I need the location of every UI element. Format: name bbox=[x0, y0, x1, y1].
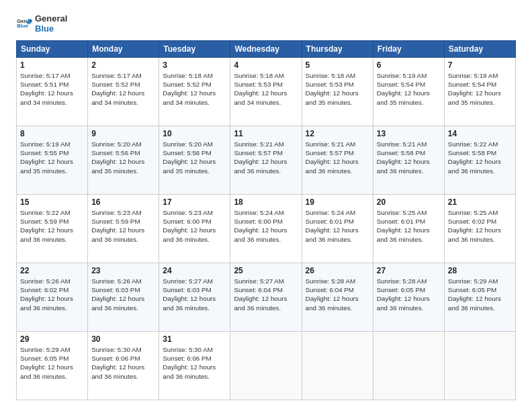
day-info: Sunrise: 5:24 AM Sunset: 6:00 PM Dayligh… bbox=[234, 208, 298, 244]
calendar-cell: 24 Sunrise: 5:27 AM Sunset: 6:03 PM Dayl… bbox=[159, 263, 230, 332]
day-number: 29 bbox=[20, 334, 84, 344]
day-header-thursday: Thursday bbox=[302, 41, 373, 58]
day-info: Sunrise: 5:27 AM Sunset: 6:03 PM Dayligh… bbox=[163, 277, 226, 312]
calendar-week-4: 22 Sunrise: 5:26 AM Sunset: 6:02 PM Dayl… bbox=[17, 263, 516, 332]
day-number: 21 bbox=[448, 197, 512, 207]
calendar-cell: 8 Sunrise: 5:19 AM Sunset: 5:55 PM Dayli… bbox=[17, 126, 88, 195]
day-info: Sunrise: 5:29 AM Sunset: 6:05 PM Dayligh… bbox=[20, 345, 84, 381]
day-info: Sunrise: 5:19 AM Sunset: 5:54 PM Dayligh… bbox=[377, 71, 441, 107]
calendar-cell: 21 Sunrise: 5:25 AM Sunset: 6:02 PM Dayl… bbox=[444, 195, 515, 263]
calendar-cell: 4 Sunrise: 5:18 AM Sunset: 5:53 PM Dayli… bbox=[230, 58, 302, 126]
day-info: Sunrise: 5:21 AM Sunset: 5:58 PM Dayligh… bbox=[377, 140, 441, 175]
day-info: Sunrise: 5:28 AM Sunset: 6:05 PM Dayligh… bbox=[377, 277, 441, 312]
day-header-wednesday: Wednesday bbox=[230, 41, 302, 58]
day-info: Sunrise: 5:20 AM Sunset: 5:56 PM Dayligh… bbox=[91, 140, 155, 175]
day-info: Sunrise: 5:18 AM Sunset: 5:53 PM Dayligh… bbox=[234, 71, 298, 107]
calendar-cell: 14 Sunrise: 5:22 AM Sunset: 5:58 PM Dayl… bbox=[444, 126, 515, 195]
day-info: Sunrise: 5:19 AM Sunset: 5:54 PM Dayligh… bbox=[448, 71, 512, 107]
day-info: Sunrise: 5:23 AM Sunset: 6:00 PM Dayligh… bbox=[163, 208, 226, 244]
calendar-cell: 17 Sunrise: 5:23 AM Sunset: 6:00 PM Dayl… bbox=[159, 195, 230, 263]
calendar-header-row: SundayMondayTuesdayWednesdayThursdayFrid… bbox=[17, 41, 516, 58]
day-number: 19 bbox=[306, 197, 369, 207]
calendar-week-3: 15 Sunrise: 5:22 AM Sunset: 5:59 PM Dayl… bbox=[17, 195, 516, 263]
day-info: Sunrise: 5:28 AM Sunset: 6:04 PM Dayligh… bbox=[306, 277, 369, 312]
day-info: Sunrise: 5:23 AM Sunset: 5:59 PM Dayligh… bbox=[91, 208, 155, 244]
day-number: 22 bbox=[20, 266, 84, 275]
day-header-tuesday: Tuesday bbox=[159, 41, 230, 58]
calendar-cell: 31 Sunrise: 5:30 AM Sunset: 6:06 PM Dayl… bbox=[159, 332, 230, 400]
day-number: 16 bbox=[91, 197, 155, 207]
day-header-sunday: Sunday bbox=[17, 41, 88, 58]
calendar-cell: 23 Sunrise: 5:26 AM Sunset: 6:03 PM Dayl… bbox=[88, 263, 159, 332]
day-info: Sunrise: 5:17 AM Sunset: 5:51 PM Dayligh… bbox=[20, 71, 84, 107]
day-number: 17 bbox=[163, 197, 226, 207]
day-number: 28 bbox=[448, 266, 512, 275]
day-info: Sunrise: 5:25 AM Sunset: 6:02 PM Dayligh… bbox=[448, 208, 512, 244]
calendar-cell: 3 Sunrise: 5:18 AM Sunset: 5:52 PM Dayli… bbox=[159, 58, 230, 126]
calendar-cell: 11 Sunrise: 5:21 AM Sunset: 5:57 PM Dayl… bbox=[230, 126, 302, 195]
day-number: 12 bbox=[306, 129, 369, 138]
calendar-cell: 1 Sunrise: 5:17 AM Sunset: 5:51 PM Dayli… bbox=[17, 58, 88, 126]
page-header: General Blue General Blue bbox=[16, 13, 516, 34]
calendar-cell: 5 Sunrise: 5:18 AM Sunset: 5:53 PM Dayli… bbox=[302, 58, 373, 126]
calendar-cell: 19 Sunrise: 5:24 AM Sunset: 6:01 PM Dayl… bbox=[302, 195, 373, 263]
calendar-cell: 10 Sunrise: 5:20 AM Sunset: 5:56 PM Dayl… bbox=[159, 126, 230, 195]
calendar-cell: 29 Sunrise: 5:29 AM Sunset: 6:05 PM Dayl… bbox=[17, 332, 88, 400]
day-number: 7 bbox=[448, 60, 512, 70]
day-number: 18 bbox=[234, 197, 298, 207]
calendar-cell: 6 Sunrise: 5:19 AM Sunset: 5:54 PM Dayli… bbox=[373, 58, 444, 126]
day-number: 24 bbox=[163, 266, 226, 275]
day-header-monday: Monday bbox=[88, 41, 159, 58]
day-number: 30 bbox=[91, 334, 155, 344]
day-info: Sunrise: 5:21 AM Sunset: 5:57 PM Dayligh… bbox=[234, 140, 298, 175]
day-info: Sunrise: 5:27 AM Sunset: 6:04 PM Dayligh… bbox=[234, 277, 298, 312]
calendar-cell bbox=[230, 332, 302, 400]
day-info: Sunrise: 5:18 AM Sunset: 5:52 PM Dayligh… bbox=[163, 71, 226, 107]
calendar-cell: 30 Sunrise: 5:30 AM Sunset: 6:06 PM Dayl… bbox=[88, 332, 159, 400]
day-header-saturday: Saturday bbox=[444, 41, 515, 58]
day-number: 27 bbox=[377, 266, 441, 275]
calendar-cell: 12 Sunrise: 5:21 AM Sunset: 5:57 PM Dayl… bbox=[302, 126, 373, 195]
calendar-cell: 26 Sunrise: 5:28 AM Sunset: 6:04 PM Dayl… bbox=[302, 263, 373, 332]
calendar-cell: 16 Sunrise: 5:23 AM Sunset: 5:59 PM Dayl… bbox=[88, 195, 159, 263]
day-number: 3 bbox=[163, 60, 226, 70]
calendar-cell bbox=[302, 332, 373, 400]
day-number: 2 bbox=[91, 60, 155, 70]
calendar-cell: 28 Sunrise: 5:29 AM Sunset: 6:05 PM Dayl… bbox=[444, 263, 515, 332]
day-number: 25 bbox=[234, 266, 298, 275]
calendar-cell: 25 Sunrise: 5:27 AM Sunset: 6:04 PM Dayl… bbox=[230, 263, 302, 332]
day-number: 5 bbox=[306, 60, 369, 70]
calendar-cell: 2 Sunrise: 5:17 AM Sunset: 5:52 PM Dayli… bbox=[88, 58, 159, 126]
calendar-cell bbox=[444, 332, 515, 400]
day-info: Sunrise: 5:22 AM Sunset: 5:58 PM Dayligh… bbox=[448, 140, 512, 175]
day-info: Sunrise: 5:25 AM Sunset: 6:01 PM Dayligh… bbox=[377, 208, 441, 244]
day-number: 23 bbox=[91, 266, 155, 275]
day-info: Sunrise: 5:26 AM Sunset: 6:02 PM Dayligh… bbox=[20, 277, 84, 312]
calendar-cell: 7 Sunrise: 5:19 AM Sunset: 5:54 PM Dayli… bbox=[444, 58, 515, 126]
calendar-cell: 18 Sunrise: 5:24 AM Sunset: 6:00 PM Dayl… bbox=[230, 195, 302, 263]
calendar-cell: 27 Sunrise: 5:28 AM Sunset: 6:05 PM Dayl… bbox=[373, 263, 444, 332]
day-number: 4 bbox=[234, 60, 298, 70]
calendar-table: SundayMondayTuesdayWednesdayThursdayFrid… bbox=[16, 40, 516, 400]
logo: General Blue General Blue bbox=[16, 13, 67, 34]
calendar-cell: 15 Sunrise: 5:22 AM Sunset: 5:59 PM Dayl… bbox=[17, 195, 88, 263]
day-number: 9 bbox=[91, 129, 155, 138]
svg-text:Blue: Blue bbox=[17, 23, 29, 29]
day-info: Sunrise: 5:22 AM Sunset: 5:59 PM Dayligh… bbox=[20, 208, 84, 244]
day-info: Sunrise: 5:26 AM Sunset: 6:03 PM Dayligh… bbox=[91, 277, 155, 312]
day-number: 26 bbox=[306, 266, 369, 275]
day-info: Sunrise: 5:29 AM Sunset: 6:05 PM Dayligh… bbox=[448, 277, 512, 312]
calendar-cell: 20 Sunrise: 5:25 AM Sunset: 6:01 PM Dayl… bbox=[373, 195, 444, 263]
day-info: Sunrise: 5:30 AM Sunset: 6:06 PM Dayligh… bbox=[163, 345, 226, 381]
day-number: 15 bbox=[20, 197, 84, 207]
logo-text-line2: Blue bbox=[35, 24, 67, 34]
calendar-cell: 9 Sunrise: 5:20 AM Sunset: 5:56 PM Dayli… bbox=[88, 126, 159, 195]
logo-text-line1: General bbox=[35, 13, 67, 24]
day-info: Sunrise: 5:20 AM Sunset: 5:56 PM Dayligh… bbox=[163, 140, 226, 175]
calendar-cell: 22 Sunrise: 5:26 AM Sunset: 6:02 PM Dayl… bbox=[17, 263, 88, 332]
calendar-week-5: 29 Sunrise: 5:29 AM Sunset: 6:05 PM Dayl… bbox=[17, 332, 516, 400]
day-info: Sunrise: 5:30 AM Sunset: 6:06 PM Dayligh… bbox=[91, 345, 155, 381]
calendar-cell bbox=[373, 332, 444, 400]
day-number: 31 bbox=[163, 334, 226, 344]
day-number: 20 bbox=[377, 197, 441, 207]
